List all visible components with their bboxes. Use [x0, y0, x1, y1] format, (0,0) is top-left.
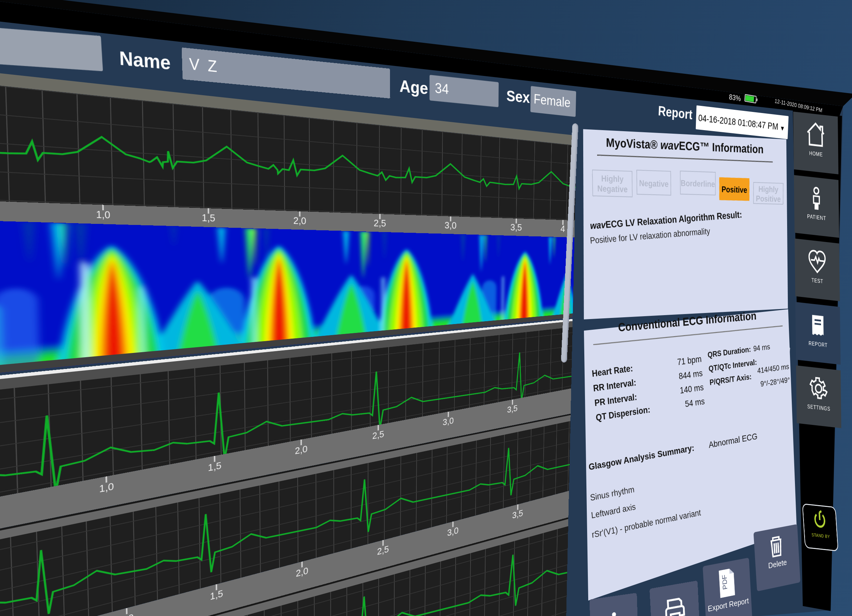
svg-text:PDF: PDF: [721, 574, 729, 590]
